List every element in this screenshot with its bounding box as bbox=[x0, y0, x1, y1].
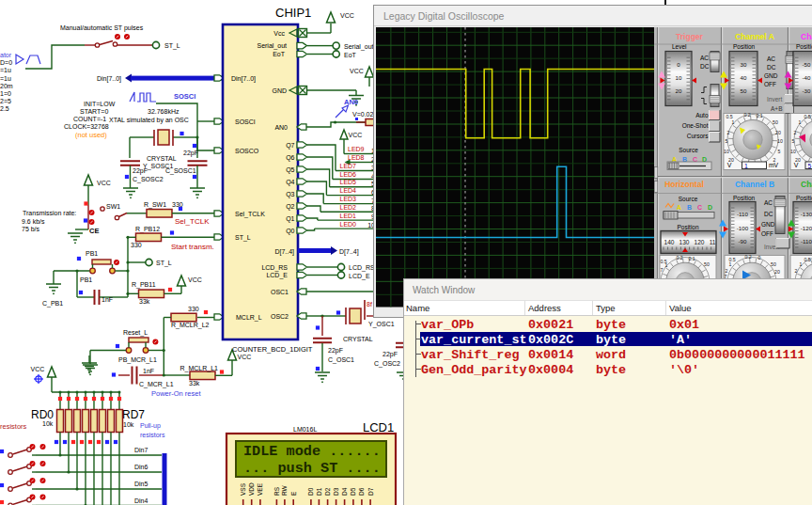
svg-text:LED4: LED4 bbox=[340, 187, 357, 194]
svg-text:resistors: resistors bbox=[140, 432, 165, 438]
svg-text:START=0: START=0 bbox=[80, 108, 108, 115]
svg-text:VCC: VCC bbox=[350, 68, 364, 74]
svg-text:D[7..4]: D[7..4] bbox=[274, 248, 294, 256]
svg-text:AC: AC bbox=[700, 54, 709, 60]
svg-text:Position: Position bbox=[733, 195, 756, 201]
svg-text:Din4: Din4 bbox=[134, 497, 148, 504]
svg-text:Din[7..0]: Din[7..0] bbox=[231, 75, 256, 83]
svg-text:DC: DC bbox=[767, 63, 776, 70]
svg-text:B: B bbox=[687, 203, 692, 210]
svg-text:LCD_RS: LCD_RS bbox=[349, 264, 375, 272]
svg-text:-40: -40 bbox=[803, 73, 812, 80]
svg-text:20: 20 bbox=[676, 87, 682, 93]
svg-text:Cha: Cha bbox=[801, 32, 812, 41]
svg-text:7: 7 bbox=[661, 266, 664, 272]
svg-text:Source: Source bbox=[679, 196, 698, 202]
svg-text:LED9: LED9 bbox=[348, 146, 365, 152]
svg-text:RW: RW bbox=[281, 484, 288, 496]
svg-text:AC: AC bbox=[767, 55, 775, 61]
svg-text:10: 10 bbox=[790, 148, 796, 153]
svg-text:LED0: LED0 bbox=[340, 221, 357, 228]
svg-text:C_PB1: C_PB1 bbox=[42, 300, 63, 308]
svg-text:Power-On reset: Power-On reset bbox=[151, 389, 201, 398]
svg-text:Din[7..0]: Din[7..0] bbox=[97, 75, 121, 83]
svg-text:D1: D1 bbox=[316, 487, 322, 496]
svg-text:9.6 kb/s: 9.6 kb/s bbox=[22, 218, 45, 225]
svg-text:AN0: AN0 bbox=[274, 124, 288, 131]
svg-text:330: 330 bbox=[188, 306, 199, 312]
svg-text:INIT=LOW: INIT=LOW bbox=[84, 101, 116, 107]
svg-text:Transmission rate:: Transmission rate: bbox=[23, 210, 76, 216]
svg-text:5: 5 bbox=[792, 137, 795, 143]
svg-text:E: E bbox=[290, 491, 297, 496]
svg-text:10k: 10k bbox=[123, 421, 134, 428]
svg-text:ST_L: ST_L bbox=[156, 260, 172, 267]
svg-text:1: 1 bbox=[799, 118, 802, 124]
svg-text:Din7: Din7 bbox=[134, 447, 148, 453]
svg-text:11: 11 bbox=[710, 239, 716, 245]
svg-text:GND: GND bbox=[764, 71, 778, 78]
svg-text:EoT: EoT bbox=[344, 52, 357, 58]
svg-text:140: 140 bbox=[664, 239, 675, 245]
svg-text:RD0: RD0 bbox=[31, 408, 54, 421]
svg-text:5: 5 bbox=[726, 137, 728, 143]
svg-text:1nF: 1nF bbox=[102, 296, 113, 303]
svg-text:C: C bbox=[693, 155, 697, 162]
svg-text:1: 1 bbox=[732, 118, 735, 124]
svg-text:Trigger: Trigger bbox=[676, 32, 704, 41]
svg-text:LED5: LED5 bbox=[340, 179, 357, 185]
svg-text:50: 50 bbox=[771, 260, 776, 266]
svg-text:R_MCLR_L2: R_MCLR_L2 bbox=[171, 322, 210, 329]
svg-text:0: 0 bbox=[677, 60, 680, 67]
svg-text:-90: -90 bbox=[739, 237, 748, 244]
svg-text:Auto: Auto bbox=[695, 112, 709, 118]
svg-text:R_PB11: R_PB11 bbox=[132, 281, 156, 289]
svg-text:50: 50 bbox=[773, 118, 778, 124]
svg-text:32.768kHz: 32.768kHz bbox=[148, 108, 180, 115]
svg-text:C_OSC2: C_OSC2 bbox=[374, 360, 400, 368]
svg-text:LCD_RS: LCD_RS bbox=[261, 264, 288, 272]
svg-text:10: 10 bbox=[777, 137, 783, 143]
svg-text:Din6: Din6 bbox=[134, 464, 148, 470]
svg-text:C_OSC1: C_OSC1 bbox=[328, 356, 354, 364]
svg-text:A+B: A+B bbox=[771, 105, 782, 112]
svg-text:D: D bbox=[708, 203, 712, 210]
svg-text:IDLE mode ......: IDLE mode ...... bbox=[243, 443, 381, 460]
svg-text:1: 1 bbox=[665, 261, 668, 267]
svg-text:PB_MCR_L1: PB_MCR_L1 bbox=[118, 356, 157, 364]
svg-text:OFF: OFF bbox=[764, 80, 776, 87]
svg-text:0.2: 0.2 bbox=[676, 254, 682, 260]
svg-text:C_MCR_L1: C_MCR_L1 bbox=[139, 381, 174, 388]
svg-text:OFF: OFF bbox=[761, 229, 773, 236]
svg-text:Channel A: Channel A bbox=[735, 32, 774, 41]
svg-text:Positio: Positio bbox=[796, 195, 812, 201]
svg-text:0.1: 0.1 bbox=[688, 255, 695, 260]
svg-text:SOSCI: SOSCI bbox=[174, 92, 195, 101]
svg-text:Q6: Q6 bbox=[286, 154, 294, 162]
svg-text:10: 10 bbox=[676, 73, 682, 80]
svg-text:0.2: 0.2 bbox=[744, 253, 751, 259]
svg-text:-120: -120 bbox=[801, 224, 812, 230]
svg-text:-50: -50 bbox=[803, 60, 812, 67]
svg-text:LED7: LED7 bbox=[340, 163, 357, 169]
svg-text:D[7..4]: D[7..4] bbox=[339, 248, 359, 256]
svg-text:D0: D0 bbox=[307, 487, 314, 496]
svg-text:30: 30 bbox=[741, 60, 747, 67]
svg-text:2: 2 bbox=[727, 129, 730, 134]
svg-text:Q3: Q3 bbox=[286, 191, 294, 198]
svg-text:LED3: LED3 bbox=[340, 196, 357, 202]
svg-text:-130: -130 bbox=[801, 210, 812, 216]
svg-text:PB1: PB1 bbox=[80, 276, 92, 283]
svg-text:RD7: RD7 bbox=[122, 408, 145, 421]
svg-text:B: B bbox=[682, 155, 687, 162]
svg-text:VEE: VEE bbox=[257, 482, 263, 496]
svg-text:-30: -30 bbox=[803, 87, 812, 93]
svg-text:LCD_E: LCD_E bbox=[349, 273, 370, 280]
svg-text:Invert: Invert bbox=[767, 95, 782, 102]
svg-text:LCD1: LCD1 bbox=[363, 420, 394, 434]
svg-text:0: 0 bbox=[758, 254, 761, 260]
svg-text:=1u: =1u bbox=[0, 75, 11, 82]
svg-text:CRYSTAL: CRYSTAL bbox=[147, 155, 177, 162]
svg-text:-100: -100 bbox=[737, 224, 749, 230]
svg-text:C_SOSC1: C_SOSC1 bbox=[165, 167, 196, 175]
